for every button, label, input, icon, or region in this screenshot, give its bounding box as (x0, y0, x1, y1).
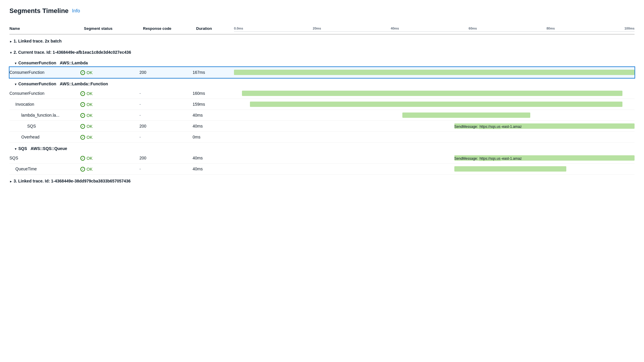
row-timeline-cell (234, 164, 635, 175)
row-name-cell: SQS (9, 121, 80, 132)
trace-header-row[interactable]: 3. Linked trace. Id: 1-4368449e-38dd979c… (9, 175, 635, 186)
timeline-bar (250, 102, 622, 107)
ok-icon: ✓ (80, 167, 85, 172)
status-badge: ✓OK (80, 113, 92, 118)
row-response-code: - (139, 99, 193, 110)
status-text: OK (87, 167, 92, 172)
ruler-tick: 0.0ms (234, 27, 243, 30)
row-name-cell: ConsumerFunction (9, 67, 80, 78)
bar-container (234, 101, 635, 107)
table-row[interactable]: SQS✓OK20040msSendMessage: https://sqs.us… (9, 153, 635, 164)
row-response-code: - (139, 110, 193, 121)
ruler-tick: 40ms (391, 27, 399, 30)
bar-container (234, 166, 635, 172)
expand-icon[interactable] (14, 83, 17, 86)
row-name-cell: ConsumerFunction (9, 88, 80, 99)
timeline-ruler: 0.0ms20ms40ms60ms80ms100ms (234, 25, 635, 32)
status-badge: ✓OK (80, 70, 92, 75)
col-header-timeline: 0.0ms20ms40ms60ms80ms100ms (234, 23, 635, 34)
bar-container (234, 134, 635, 140)
info-link[interactable]: Info (72, 8, 80, 14)
ruler-tick: 80ms (547, 27, 555, 30)
row-timeline-cell (234, 132, 635, 143)
col-header-status: Segment status (80, 23, 139, 34)
expand-icon[interactable] (14, 62, 17, 65)
row-timeline-cell (234, 88, 635, 99)
status-text: OK (87, 70, 92, 75)
ruler-tick: 100ms (625, 27, 635, 30)
group-header-row: ConsumerFunctionAWS::Lambda (9, 57, 635, 67)
table-row[interactable]: ConsumerFunction✓OK-160ms (9, 88, 635, 99)
row-duration: 40ms (193, 110, 234, 121)
expand-icon[interactable] (14, 147, 17, 151)
status-badge: ✓OK (80, 156, 92, 161)
status-badge: ✓OK (80, 167, 92, 172)
ok-icon: ✓ (80, 156, 85, 161)
row-duration: 167ms (193, 67, 234, 78)
collapse-icon[interactable] (9, 180, 12, 183)
timeline-table: Name Segment status Response code Durati… (9, 23, 635, 186)
row-name-cell: QueueTime (9, 164, 80, 175)
row-name-cell: lambda_function.la... (9, 110, 80, 121)
table-row[interactable]: QueueTime✓OK-40ms (9, 164, 635, 175)
bar-container (234, 90, 635, 97)
timeline-bar (242, 91, 622, 96)
table-row[interactable]: lambda_function.la...✓OK-40ms (9, 110, 635, 121)
expand-icon[interactable] (9, 51, 12, 54)
row-duration: 40ms (193, 164, 234, 175)
row-status-cell: ✓OK (80, 99, 139, 110)
ok-icon: ✓ (80, 113, 85, 118)
row-response-code: 200 (139, 67, 193, 78)
bar-container (234, 112, 635, 118)
timeline-bar (402, 112, 531, 118)
row-timeline-cell (234, 99, 635, 110)
row-timeline-cell: SendMessage: https://sqs.us-east-1.amaz (234, 153, 635, 164)
row-response-code: 200 (139, 121, 193, 132)
trace-header-label: 3. Linked trace. Id: 1-4368449e-38dd979c… (9, 175, 635, 186)
group-name: ConsumerFunction (18, 61, 56, 65)
row-timeline-cell (234, 67, 635, 78)
col-header-duration: Duration (193, 23, 234, 34)
group-service-type: AWS::SQS::Queue (31, 146, 67, 151)
bar-container (234, 69, 635, 76)
trace-header-row[interactable]: 1. Linked trace. 2x batch (9, 34, 635, 46)
table-row[interactable]: SQS✓OK20040msSendMessage: https://sqs.us… (9, 121, 635, 132)
row-duration: 160ms (193, 88, 234, 99)
table-row[interactable]: Invocation✓OK-159ms (9, 99, 635, 110)
row-name: Invocation (9, 102, 78, 107)
ruler-tick: 20ms (313, 27, 321, 30)
page-header: Segments Timeline Info (9, 7, 635, 15)
trace-header-row[interactable]: 2. Current trace. Id: 1-4368449e-afb1eac… (9, 46, 635, 57)
status-text: OK (87, 91, 92, 96)
header-row: Name Segment status Response code Durati… (9, 23, 635, 34)
table-row[interactable]: Overhead✓OK-0ms (9, 132, 635, 143)
ok-icon: ✓ (80, 102, 85, 107)
status-text: OK (87, 102, 92, 107)
ok-icon: ✓ (80, 70, 85, 75)
collapse-icon[interactable] (9, 40, 12, 43)
bar-container: SendMessage: https://sqs.us-east-1.amaz (234, 123, 635, 129)
bar-label: SendMessage: https://sqs.us-east-1.amaz (454, 156, 522, 161)
row-name-cell: Overhead (9, 132, 80, 143)
row-name: lambda_function.la... (9, 113, 78, 118)
ok-icon: ✓ (80, 135, 85, 140)
group-name: SQS (18, 146, 27, 151)
row-name: Overhead (9, 135, 78, 139)
row-status-cell: ✓OK (80, 153, 139, 164)
group-header-label: SQSAWS::SQS::Queue (9, 143, 635, 153)
table-row[interactable]: ConsumerFunction✓OK200167ms (9, 67, 635, 78)
row-timeline-cell: SendMessage: https://sqs.us-east-1.amaz (234, 121, 635, 132)
ok-icon: ✓ (80, 91, 85, 96)
group-service-type: AWS::Lambda::Function (60, 81, 108, 86)
col-header-response: Response code (139, 23, 193, 34)
row-name-cell: SQS (9, 153, 80, 164)
row-response-code: - (139, 164, 193, 175)
row-status-cell: ✓OK (80, 121, 139, 132)
row-response-code: 200 (139, 153, 193, 164)
row-duration: 40ms (193, 153, 234, 164)
row-status-cell: ✓OK (80, 132, 139, 143)
row-duration: 0ms (193, 132, 234, 143)
row-response-code: - (139, 88, 193, 99)
group-name: ConsumerFunction (18, 81, 56, 86)
status-badge: ✓OK (80, 124, 92, 129)
